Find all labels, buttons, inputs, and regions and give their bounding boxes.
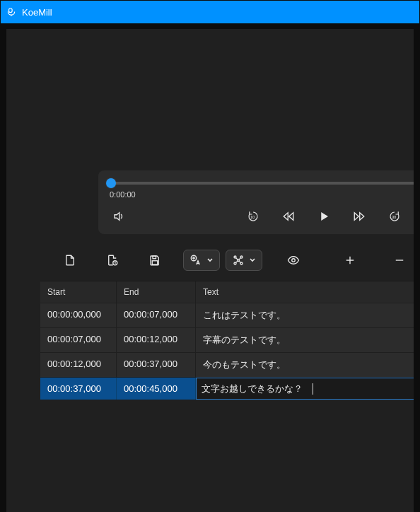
translate-dropdown[interactable] xyxy=(183,250,220,271)
rewind-10-icon[interactable]: 10 xyxy=(245,209,261,224)
svg-marker-5 xyxy=(354,213,358,221)
subtitle-table: Start End Text 00:00:00,00000:00:07,000こ… xyxy=(40,281,414,400)
table-row[interactable]: 00:00:37,00000:00:45,000文字お越しできるかな？ xyxy=(40,378,414,400)
cell-end[interactable]: 00:00:07,000 xyxy=(117,303,196,327)
cell-start[interactable]: 00:00:37,000 xyxy=(40,378,117,400)
svg-rect-11 xyxy=(153,256,156,259)
eye-button[interactable] xyxy=(286,250,301,271)
graph-dropdown[interactable] xyxy=(226,250,262,271)
cell-end[interactable]: 00:00:12,000 xyxy=(117,328,196,352)
svg-point-16 xyxy=(234,262,236,264)
seek-thumb[interactable] xyxy=(106,178,116,188)
chevron-down-icon xyxy=(206,257,214,264)
svg-rect-12 xyxy=(152,261,158,264)
toolbar xyxy=(6,234,414,281)
cell-start[interactable]: 00:00:07,000 xyxy=(40,328,117,352)
table-row[interactable]: 00:00:07,00000:00:12,000字幕のテストです。 xyxy=(40,328,414,353)
svg-marker-6 xyxy=(360,213,364,221)
fast-forward-icon[interactable] xyxy=(351,209,367,224)
content-area: 0:00:00 10 xyxy=(6,29,414,512)
table-row[interactable]: 00:00:12,00000:00:37,000今のもテストです。 xyxy=(40,353,414,378)
svg-point-15 xyxy=(240,256,243,258)
chevron-down-icon xyxy=(249,257,256,264)
svg-point-14 xyxy=(234,256,236,258)
file-lock-button[interactable] xyxy=(105,250,119,271)
text-caret xyxy=(313,383,313,395)
svg-point-19 xyxy=(292,259,296,262)
table-row[interactable]: 00:00:00,00000:00:07,000これはテストです。 xyxy=(40,303,414,328)
cell-start[interactable]: 00:00:12,000 xyxy=(40,353,117,377)
table-header: Start End Text xyxy=(40,281,414,303)
speaker-icon[interactable] xyxy=(111,209,127,224)
cell-text[interactable]: これはテストです。 xyxy=(196,303,414,327)
cell-text[interactable]: 今のもテストです。 xyxy=(196,353,414,377)
svg-text:30: 30 xyxy=(392,215,396,219)
cell-end[interactable]: 00:00:45,000 xyxy=(117,378,196,400)
app-window: KoeMill 0:00:00 10 xyxy=(0,0,420,512)
col-text[interactable]: Text xyxy=(196,281,414,303)
remove-button[interactable] xyxy=(392,250,407,271)
titlebar[interactable]: KoeMill xyxy=(1,1,419,23)
cell-text[interactable]: 字幕のテストです。 xyxy=(196,328,414,352)
cell-start[interactable]: 00:00:00,000 xyxy=(40,303,117,327)
play-icon[interactable] xyxy=(316,209,332,224)
save-button[interactable] xyxy=(148,250,162,271)
file-button[interactable] xyxy=(63,250,77,271)
col-start[interactable]: Start xyxy=(40,281,117,303)
add-button[interactable] xyxy=(343,250,357,271)
svg-text:10: 10 xyxy=(250,215,255,219)
svg-marker-4 xyxy=(321,212,328,221)
media-player: 0:00:00 10 xyxy=(98,170,414,234)
col-end[interactable]: End xyxy=(117,281,196,303)
current-time: 0:00:00 xyxy=(108,190,414,199)
rewind-icon[interactable] xyxy=(281,209,296,224)
cell-text[interactable]: 文字お越しできるかな？ xyxy=(196,378,414,400)
forward-30-icon[interactable]: 30 xyxy=(387,209,402,224)
seek-slider[interactable] xyxy=(111,182,414,185)
svg-rect-0 xyxy=(9,8,13,13)
svg-point-17 xyxy=(240,262,243,264)
app-icon xyxy=(6,7,16,17)
svg-point-18 xyxy=(238,260,240,262)
cell-end[interactable]: 00:00:37,000 xyxy=(117,353,196,377)
app-title: KoeMill xyxy=(22,7,52,18)
svg-marker-3 xyxy=(289,213,293,221)
svg-marker-2 xyxy=(284,213,288,221)
